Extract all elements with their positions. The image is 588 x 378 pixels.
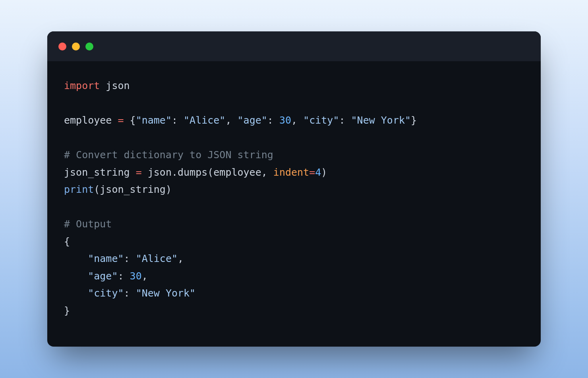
- code-token: [64, 253, 88, 264]
- code-token: json.dumps(employee,: [142, 167, 273, 178]
- code-comment: # Convert dictionary to JSON string: [64, 149, 273, 161]
- code-token: "New York": [136, 287, 196, 299]
- code-token: "name": [136, 114, 172, 126]
- code-token: ): [321, 167, 327, 178]
- code-token: "age": [88, 270, 118, 282]
- code-token: }: [64, 305, 70, 316]
- window-titlebar: [47, 31, 541, 61]
- code-token: :: [172, 114, 184, 126]
- code-token: "name": [88, 253, 124, 264]
- code-token: "New York": [351, 114, 411, 126]
- code-token: 30: [279, 114, 291, 126]
- code-token: "city": [303, 114, 339, 126]
- code-token: =: [309, 167, 315, 178]
- code-token: [64, 287, 88, 299]
- code-token: indent: [273, 167, 309, 178]
- code-token: (json_string): [94, 184, 172, 195]
- code-token: =: [136, 167, 142, 178]
- code-token: :: [339, 114, 351, 126]
- code-token: json_string: [64, 167, 136, 178]
- minimize-icon[interactable]: [72, 43, 80, 50]
- maximize-icon[interactable]: [85, 43, 93, 50]
- code-token: json: [100, 80, 130, 91]
- close-icon[interactable]: [58, 43, 66, 50]
- code-token: employee: [64, 114, 118, 126]
- code-token: {: [64, 236, 70, 247]
- code-window: import json employee = {"name": "Alice",…: [47, 31, 541, 347]
- code-token: }: [411, 114, 417, 126]
- code-token: 4: [315, 167, 321, 178]
- code-token: :: [267, 114, 279, 126]
- code-comment: # Output: [64, 218, 112, 230]
- code-token: =: [118, 114, 124, 126]
- code-token: "Alice": [136, 253, 178, 264]
- code-token: {: [124, 114, 136, 126]
- code-token: :: [124, 253, 136, 264]
- code-token: "age": [238, 114, 267, 126]
- code-token: ,: [142, 270, 148, 282]
- code-block: import json employee = {"name": "Alice",…: [47, 61, 541, 347]
- code-token: :: [124, 287, 136, 299]
- code-token: print: [64, 184, 94, 195]
- code-token: "city": [88, 287, 124, 299]
- code-token: ,: [291, 114, 303, 126]
- code-token: ,: [178, 253, 184, 264]
- code-token: [64, 270, 88, 282]
- code-token: ,: [225, 114, 237, 126]
- code-token: "Alice": [184, 114, 225, 126]
- code-token: 30: [130, 270, 142, 282]
- code-token: import: [64, 80, 100, 91]
- code-token: :: [118, 270, 130, 282]
